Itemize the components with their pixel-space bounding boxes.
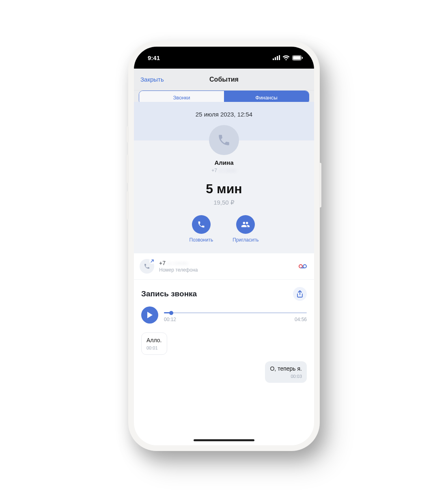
phone-number-hidden: ··· ···-··-·· [167, 260, 188, 266]
invite-icon [236, 215, 255, 234]
recording-title: Запись звонка [141, 289, 197, 298]
transcript-bubble-outgoing: О, теперь я. 00:03 [265, 361, 307, 383]
share-button[interactable] [293, 287, 307, 301]
audio-player: 00:12 04:56 [134, 303, 314, 329]
screen: 9:41 Закрыть События Звонки Финансы 25 и… [134, 47, 314, 445]
call-icon [192, 215, 211, 234]
svg-point-8 [303, 265, 306, 268]
contact-phone-hidden: ··· ···-··-·· [218, 168, 237, 173]
phone-number-row[interactable]: +7 ··· ···-··-·· Номер телефона [134, 253, 314, 280]
phone-number-sublabel: Номер телефона [159, 267, 294, 273]
transcript-time: 00:01 [146, 345, 162, 350]
battery-icon [292, 55, 303, 60]
call-summary-card: 25 июля 2023, 12:54 [134, 102, 314, 140]
transcript-row: Алло. 00:01 [141, 332, 307, 355]
header: Закрыть События [134, 69, 314, 91]
contact-phone-prefix: +7 [211, 168, 217, 173]
transcript-bubble-incoming: Алло. 00:01 [141, 332, 167, 355]
outgoing-call-icon [140, 259, 154, 274]
action-invite-label: Пригласить [233, 237, 258, 243]
wifi-icon [282, 55, 290, 60]
seek-knob[interactable] [169, 311, 173, 315]
voicemail-icon [299, 264, 307, 269]
call-detail: Алина +7 ··· ···-··-·· 5 мин 19,50 ₽ Поз… [134, 140, 314, 253]
call-cost: 19,50 ₽ [134, 199, 314, 206]
status-time: 9:41 [148, 54, 160, 61]
phone-number: +7 ··· ···-··-·· [159, 260, 294, 266]
svg-rect-1 [275, 57, 276, 60]
power-button [319, 163, 321, 207]
svg-rect-2 [277, 56, 278, 60]
close-button[interactable]: Закрыть [140, 76, 164, 83]
side-button [127, 126, 129, 142]
page-title: События [209, 76, 239, 83]
transcript: Алло. 00:01 О, теперь я. 00:03 [134, 329, 314, 383]
notch [181, 47, 267, 62]
phone-number-prefix: +7 [159, 260, 166, 266]
time-total: 04:56 [295, 317, 307, 322]
recording-header: Запись звонка [134, 280, 314, 303]
cellular-icon [273, 55, 280, 60]
seek-track[interactable]: 00:12 04:56 [164, 306, 307, 322]
svg-rect-6 [302, 57, 303, 59]
play-icon [146, 311, 153, 319]
call-date: 25 июля 2023, 12:54 [134, 111, 314, 118]
transcript-text: О, теперь я. [270, 365, 302, 372]
svg-rect-5 [293, 56, 301, 60]
phone-frame: 9:41 Закрыть События Звонки Финансы 25 и… [128, 41, 320, 451]
volume-up-button [127, 155, 129, 183]
svg-point-7 [299, 265, 302, 268]
action-call[interactable]: Позвонить [190, 215, 213, 243]
outgoing-arrow-icon [149, 258, 155, 264]
seek-bar [164, 312, 307, 313]
call-duration: 5 мин [134, 181, 314, 196]
home-indicator[interactable] [194, 439, 254, 441]
transcript-text: Алло. [146, 337, 162, 344]
action-invite[interactable]: Пригласить [233, 215, 258, 243]
share-icon [297, 290, 303, 298]
seek-times: 00:12 04:56 [164, 317, 307, 322]
contact-name: Алина [134, 159, 314, 166]
contact-phone: +7 ··· ···-··-·· [134, 168, 314, 173]
transcript-time: 00:03 [270, 374, 302, 379]
play-button[interactable] [141, 306, 158, 324]
time-elapsed: 00:12 [164, 317, 176, 322]
svg-rect-3 [279, 55, 280, 60]
call-actions: Позвонить Пригласить [134, 215, 314, 253]
volume-down-button [127, 191, 129, 220]
transcript-row: О, теперь я. 00:03 [141, 361, 307, 383]
details-section: +7 ··· ···-··-·· Номер телефона Запись з… [134, 253, 314, 445]
status-icons [273, 55, 303, 60]
action-call-label: Позвонить [190, 237, 213, 243]
phone-number-text: +7 ··· ···-··-·· Номер телефона [159, 260, 294, 273]
svg-rect-0 [273, 58, 274, 60]
